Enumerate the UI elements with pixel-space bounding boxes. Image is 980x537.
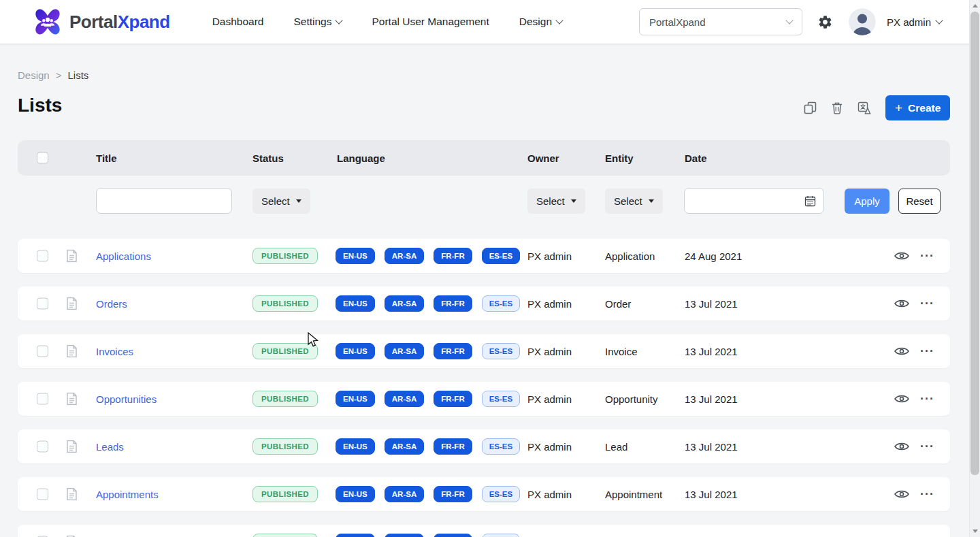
brand-logo[interactable]: PortalXpand — [33, 7, 170, 37]
language-badges: EN-USAR-SAFR-FRES-ES — [336, 534, 520, 537]
title-filter-input[interactable] — [96, 188, 232, 214]
row-date: 13 Jul 2021 — [685, 298, 738, 310]
nav-item-design[interactable]: Design — [519, 16, 562, 28]
table-header: TitleStatusLanguageOwnerEntityDate — [18, 140, 950, 176]
file-icon — [66, 345, 78, 358]
row-actions-button[interactable]: ··· — [920, 348, 934, 355]
copy-icon — [804, 101, 817, 114]
nav-item-label: Portal User Management — [372, 16, 489, 28]
top-navbar: PortalXpand DashboardSettingsPortal User… — [0, 0, 969, 44]
view-button[interactable] — [894, 489, 909, 500]
row-actions-button[interactable]: ··· — [920, 300, 934, 307]
row-checkbox[interactable] — [37, 393, 48, 405]
status-badge: PUBLISHED — [252, 534, 318, 537]
column-header-owner: Owner — [527, 152, 559, 164]
language-badge: ES-ES — [482, 486, 521, 502]
row-owner: PX admin — [527, 489, 572, 500]
row-checkbox[interactable] — [37, 346, 48, 357]
main-nav: DashboardSettingsPortal User ManagementD… — [212, 16, 562, 28]
breadcrumb: Design > Lists — [18, 69, 88, 81]
row-checkbox[interactable] — [37, 298, 48, 310]
row-actions-button[interactable]: ··· — [920, 491, 934, 498]
language-badge: AR-SA — [385, 295, 424, 312]
language-badge: FR-FR — [434, 295, 472, 312]
language-badges: EN-USAR-SAFR-FRES-ES — [336, 295, 520, 312]
caret-down-icon — [296, 199, 301, 203]
view-button[interactable] — [894, 298, 909, 309]
row-title-link[interactable]: Invoices — [96, 346, 133, 357]
scrollbar-up-arrow-icon[interactable] — [973, 4, 978, 7]
breadcrumb-parent[interactable]: Design — [18, 69, 50, 81]
file-icon — [66, 488, 78, 501]
user-name: PX admin — [887, 16, 931, 28]
nav-item-dashboard[interactable]: Dashboard — [212, 16, 264, 28]
settings-gear-button[interactable] — [817, 14, 834, 30]
row-title-link[interactable]: Applications — [96, 250, 151, 262]
date-filter-input[interactable] — [684, 188, 824, 214]
language-badge: ES-ES — [482, 248, 521, 264]
apply-button[interactable]: Apply — [845, 189, 889, 214]
language-badges: EN-USAR-SAFR-FRES-ES — [336, 438, 520, 455]
delete-icon — [831, 101, 843, 114]
scrollbar-down-arrow-icon[interactable] — [973, 530, 978, 533]
select-all-checkbox[interactable] — [37, 152, 48, 164]
row-title-link[interactable]: Leads — [96, 441, 124, 453]
nav-item-settings[interactable]: Settings — [293, 16, 342, 28]
status-badge: PUBLISHED — [252, 486, 318, 502]
row-actions-button[interactable]: ··· — [920, 443, 934, 450]
page-title: Lists — [18, 94, 62, 117]
copy-button[interactable] — [804, 101, 817, 114]
row-title-link[interactable]: Opportunities — [96, 393, 157, 405]
eye-icon — [894, 346, 909, 357]
status-badge: PUBLISHED — [252, 295, 318, 312]
scrollbar-thumb[interactable] — [970, 12, 979, 475]
caret-down-icon — [571, 199, 576, 203]
language-badge: ES-ES — [482, 391, 521, 407]
row-actions-button[interactable]: ··· — [920, 253, 934, 259]
nav-item-portal-user-management[interactable]: Portal User Management — [372, 16, 489, 28]
language-badge: AR-SA — [385, 391, 424, 407]
column-header-entity: Entity — [605, 152, 634, 164]
view-button[interactable] — [894, 441, 909, 452]
portalxpand-logo-icon — [33, 7, 63, 37]
owner-filter-select[interactable]: Select — [527, 189, 585, 214]
caret-down-icon — [649, 199, 654, 203]
file-icon — [66, 250, 78, 263]
list-toolbar: + Create — [804, 95, 950, 120]
entity-filter-select[interactable]: Select — [605, 189, 663, 214]
avatar[interactable] — [849, 8, 876, 35]
vertical-scrollbar[interactable] — [969, 0, 980, 537]
row-checkbox[interactable] — [37, 250, 48, 262]
view-button[interactable] — [894, 250, 909, 261]
row-date: 13 Jul 2021 — [685, 393, 738, 405]
row-date: 24 Aug 2021 — [685, 250, 742, 262]
translate-button[interactable] — [858, 101, 871, 115]
view-button[interactable] — [894, 346, 909, 357]
row-entity: Opportunity — [605, 393, 658, 405]
row-owner: PX admin — [527, 393, 572, 405]
status-filter-select[interactable]: Select — [252, 189, 310, 214]
eye-icon — [894, 393, 909, 404]
language-badge: FR-FR — [434, 534, 472, 537]
row-checkbox[interactable] — [37, 441, 48, 453]
delete-button[interactable] — [831, 101, 843, 114]
language-badge: EN-US — [336, 295, 375, 312]
language-badge: FR-FR — [434, 486, 472, 502]
view-button[interactable] — [894, 393, 909, 404]
user-menu[interactable]: PX admin — [887, 16, 942, 28]
language-badge: FR-FR — [434, 343, 472, 359]
table-row: Orders PUBLISHED EN-USAR-SAFR-FRES-ES PX… — [18, 287, 950, 321]
row-checkbox[interactable] — [37, 489, 48, 500]
status-badge: PUBLISHED — [252, 438, 318, 455]
status-badge: PUBLISHED — [252, 343, 318, 359]
eye-icon — [894, 489, 909, 500]
portal-select[interactable]: PortalXpand — [639, 8, 802, 35]
row-title-link[interactable]: Orders — [96, 298, 127, 310]
column-header-title: Title — [96, 152, 117, 164]
reset-button[interactable]: Reset — [898, 189, 941, 214]
nav-item-label: Design — [519, 16, 552, 28]
row-title-link[interactable]: Appointments — [96, 489, 159, 500]
create-button[interactable]: + Create — [885, 95, 950, 120]
language-badge: EN-US — [336, 486, 375, 502]
row-actions-button[interactable]: ··· — [920, 395, 934, 402]
